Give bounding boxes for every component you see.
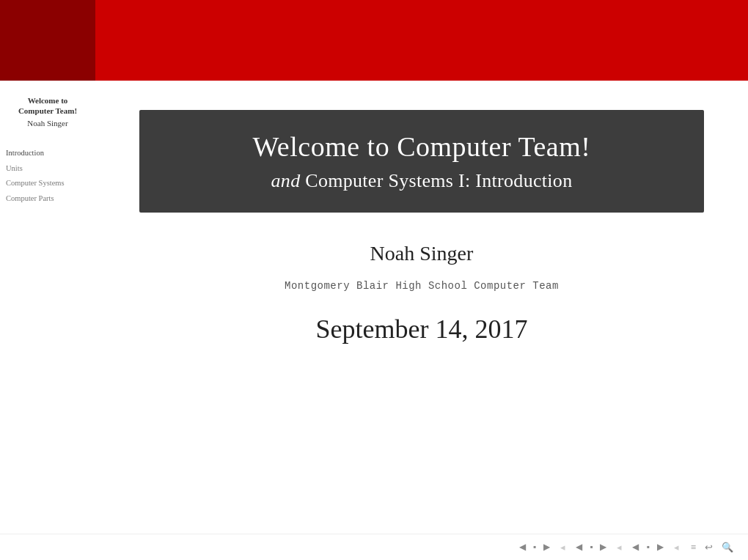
sidebar-nav: Introduction Units Computer Systems Comp… (0, 146, 95, 207)
nav-undo-icon[interactable]: ↩ (705, 542, 713, 553)
sub-title-rest: Computer Systems I: Introduction (300, 170, 572, 191)
nav-align-icon[interactable]: ≡ (691, 542, 696, 553)
nav-group-2: ◀ ▪ ▶ (573, 540, 609, 554)
nav-icons-group: ◀ ▪ ▶ ◂ ◀ ▪ ▶ ◂ ◀ ▪ ▶ ◂ ≡ ↩ 🔍 (516, 540, 733, 554)
nav-box-3[interactable]: ▪ (643, 540, 652, 554)
sub-title-italic: and (271, 170, 301, 191)
sidebar-title-text: Welcome to Computer Team! (18, 96, 77, 115)
sidebar-active-section: Welcome to Computer Team! Noah Singer (0, 88, 95, 136)
top-bar (0, 0, 748, 81)
sidebar-active-title: Welcome to Computer Team! Noah Singer (6, 92, 89, 131)
sidebar-item-computer-parts[interactable]: Computer Parts (6, 191, 89, 207)
slide-main-title: Welcome to Computer Team! (169, 130, 675, 163)
nav-search-icon[interactable]: 🔍 (722, 542, 733, 553)
slide-sub-title: and Computer Systems I: Introduction (169, 170, 675, 192)
nav-sep-3: ◂ (674, 542, 679, 553)
title-banner: Welcome to Computer Team! and Computer S… (139, 110, 704, 213)
sidebar-item-computer-systems[interactable]: Computer Systems (6, 176, 89, 191)
slide-content: Welcome to Computer Team! and Computer S… (95, 81, 748, 534)
sidebar-item-introduction[interactable]: Introduction (6, 146, 89, 161)
nav-sep-1: ◂ (560, 542, 565, 553)
nav-sep-2: ◂ (617, 542, 622, 553)
nav-prev-1[interactable]: ◀ (516, 540, 529, 554)
top-bar-dark-section (0, 0, 95, 81)
nav-prev-3[interactable]: ◀ (629, 540, 642, 554)
nav-group-1: ◀ ▪ ▶ (516, 540, 553, 554)
nav-box-2[interactable]: ▪ (587, 540, 595, 554)
sidebar-author-text: Noah Singer (10, 118, 85, 128)
nav-prev-2[interactable]: ◀ (573, 540, 585, 554)
main-area: Welcome to Computer Team! Noah Singer In… (0, 81, 748, 534)
author-name: Noah Singer (370, 242, 474, 265)
nav-next-2[interactable]: ▶ (597, 540, 609, 554)
sidebar-item-units[interactable]: Units (6, 161, 89, 177)
bottom-bar: ◀ ▪ ▶ ◂ ◀ ▪ ▶ ◂ ◀ ▪ ▶ ◂ ≡ ↩ 🔍 (0, 534, 748, 560)
sidebar: Welcome to Computer Team! Noah Singer In… (0, 81, 95, 534)
nav-next-1[interactable]: ▶ (540, 540, 553, 554)
nav-group-3: ◀ ▪ ▶ (629, 540, 666, 554)
nav-box-1[interactable]: ▪ (530, 540, 539, 554)
nav-next-3[interactable]: ▶ (654, 540, 667, 554)
institution-name: Montgomery Blair High School Computer Te… (285, 280, 559, 292)
top-bar-red-section (95, 0, 748, 81)
presentation-date: September 14, 2017 (316, 314, 528, 345)
